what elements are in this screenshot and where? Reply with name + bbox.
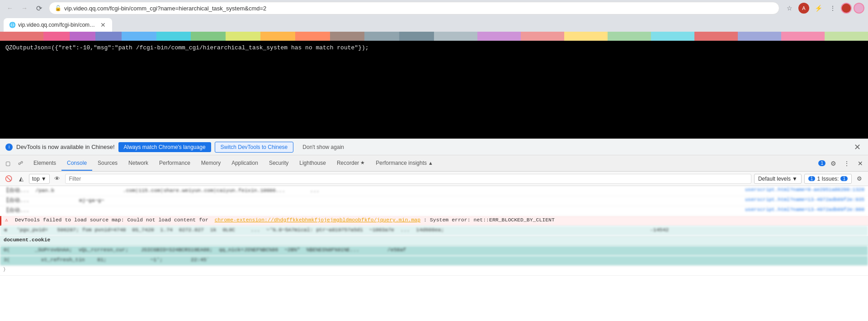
console-row-error: ⚠ DevTools failed to load source map: Co… bbox=[0, 216, 868, 226]
forward-button[interactable]: → bbox=[18, 2, 31, 14]
context-dropdown-arrow: ▼ bbox=[41, 176, 47, 182]
console-row-2: 【自动... mj~ga~g~ userscript.html?name=13-… bbox=[0, 196, 868, 206]
console-content: 【自动... /pan.b .com|115.com|share.weiyun.… bbox=[0, 186, 868, 321]
lock-icon: 🔓 bbox=[55, 5, 61, 11]
tab-lighthouse[interactable]: Lighthouse bbox=[294, 156, 331, 171]
lang-notification-bar: i DevTools is now available in Chinese! … bbox=[0, 139, 868, 155]
reload-button[interactable]: ⟳ bbox=[33, 2, 45, 14]
back-button[interactable]: ← bbox=[4, 2, 16, 14]
page-output-text: QZOutputJson=({"ret":-10,"msg":"path /fc… bbox=[5, 44, 369, 51]
cookie-icon: ◀ bbox=[4, 227, 10, 233]
row2-text: 【自动... mj~ga~g~ bbox=[4, 197, 741, 204]
performance-insights-icon: ▲ bbox=[428, 160, 433, 166]
tab-memory[interactable]: Memory bbox=[196, 156, 226, 171]
default-levels-label: Default levels bbox=[758, 176, 791, 182]
issues-button[interactable]: 1 1 Issues: 1 bbox=[804, 174, 852, 184]
error-icon: ⚠ bbox=[5, 217, 11, 223]
console-row-cookie: ◀ 'pgv_pvid= 506287; fom pvnid=4748 0S_7… bbox=[0, 226, 868, 236]
context-label: top bbox=[32, 176, 40, 182]
doc-cookie-text: document.cookie bbox=[4, 237, 864, 243]
issues-count-badge: 1 bbox=[808, 176, 816, 181]
tab-favicon: 🌐 bbox=[9, 22, 15, 28]
address-bar-container[interactable]: 🔓 bbox=[49, 2, 779, 14]
console-row-7: 0( _SUProvGnAA; vQL_rcrresn_cur; JSICGBI… bbox=[0, 246, 868, 256]
devtools-settings-button[interactable]: ⚙ bbox=[827, 158, 839, 169]
bookmark-bar bbox=[0, 32, 868, 41]
row7-text: 0( _SUProvGnAA; vQL_rcrresn_cur; JSICGBI… bbox=[4, 247, 864, 253]
tab-network[interactable]: Network bbox=[123, 156, 154, 171]
tab-bar: 🌐 vip.video.qq.com/fcgi-bin/comm_cgi?nam… bbox=[0, 16, 868, 32]
tab-performance-insights[interactable]: Performance insights ▲ bbox=[370, 156, 439, 171]
recorder-icon: ★ bbox=[360, 160, 365, 166]
page-content: QZOutputJson=({"ret":-10,"msg":"path /fc… bbox=[0, 41, 868, 139]
row3-source[interactable]: userscript.html?name=13-4972adb09f2e:800 bbox=[745, 207, 864, 212]
eye-toggle-button[interactable]: 👁 bbox=[52, 174, 62, 184]
devtools-panel-icons: ▢ ☍ bbox=[2, 158, 26, 169]
notifications-badge: 1 bbox=[818, 160, 826, 166]
address-bar[interactable] bbox=[64, 5, 774, 12]
error-link[interactable]: chrome-extension://dhdgffkkebhmkfjojejmg… bbox=[215, 217, 420, 223]
row8-text: 3( xt_refresh_tin 81; ~1'; 22:45` bbox=[4, 257, 864, 263]
tab-performance[interactable]: Performance bbox=[154, 156, 196, 171]
lang-bar-close-icon[interactable]: ✕ bbox=[852, 142, 863, 153]
devtools-panel: i DevTools is now available in Chinese! … bbox=[0, 139, 868, 321]
switch-devtools-button[interactable]: Switch DevTools to Chinese bbox=[215, 142, 294, 153]
tab-security[interactable]: Security bbox=[264, 156, 294, 171]
profile-avatar3 bbox=[854, 3, 864, 14]
always-match-button[interactable]: Always match Chrome's language bbox=[118, 142, 211, 152]
tab-application[interactable]: Application bbox=[226, 156, 264, 171]
tab-elements[interactable]: Elements bbox=[28, 156, 61, 171]
default-levels-arrow: ▼ bbox=[792, 176, 797, 182]
tab-close-icon[interactable]: ✕ bbox=[99, 21, 107, 29]
prompt-icon: 〉 bbox=[4, 267, 10, 272]
issues-label: 1 Issues: bbox=[817, 176, 839, 182]
profile-avatar2 bbox=[841, 3, 852, 14]
console-row-8: 3( xt_refresh_tin 81; ~1'; 22:45` bbox=[0, 256, 868, 266]
issues-count-display: 1 bbox=[840, 176, 848, 181]
default-levels-dropdown[interactable]: Default levels ▼ bbox=[754, 174, 802, 184]
info-icon: i bbox=[5, 144, 13, 151]
console-row-doc-cookie: document.cookie bbox=[0, 236, 868, 246]
devtools-right-actions: 1 ⚙ ⋮ ✕ bbox=[817, 158, 866, 169]
row3-text: 【自动... bbox=[4, 207, 741, 214]
devtools-responsive-icon[interactable]: ☍ bbox=[14, 158, 26, 169]
devtools-elements-panel-icon[interactable]: ▢ bbox=[2, 158, 14, 169]
row1-text: 【自动... /pan.b .com|115.com|share.weiyun.… bbox=[4, 187, 741, 194]
row1-source[interactable]: userscript.html?name=9-ae2951a88200:1320 bbox=[745, 187, 864, 192]
browser-chrome: ← → ⟳ 🔓 ☆ A ⚡ ⋮ bbox=[0, 0, 868, 16]
browser-tab-active[interactable]: 🌐 vip.video.qq.com/fcgi-bin/comm_cgi?nam… bbox=[4, 18, 112, 32]
nav-buttons: ← → ⟳ bbox=[4, 2, 45, 14]
devtools-more-button[interactable]: ⋮ bbox=[841, 158, 853, 169]
cookie-text: 'pgv_pvid= 506287; fom pvnid=4748 0S_742… bbox=[14, 227, 864, 233]
clear-console-button[interactable]: 🚫 bbox=[4, 174, 14, 184]
console-toolbar: 🚫 ◭ top ▼ 👁 Default levels ▼ 1 1 Issues:… bbox=[0, 172, 868, 186]
lang-notification-text: DevTools is now available in Chinese! bbox=[16, 144, 115, 150]
menu-button[interactable]: ⋮ bbox=[826, 2, 839, 14]
devtools-tab-bar: ▢ ☍ Elements Console Sources Network Per… bbox=[0, 155, 868, 172]
console-row-3: 【自动... userscript.html?name=13-4972adb09… bbox=[0, 206, 868, 216]
console-prompt-row[interactable]: 〉 bbox=[0, 266, 868, 276]
dont-show-button[interactable]: Don't show again bbox=[297, 142, 349, 152]
filter-toggle-button[interactable]: ◭ bbox=[16, 174, 26, 184]
extensions-button[interactable]: ⚡ bbox=[812, 2, 825, 14]
avatar: A bbox=[798, 3, 809, 14]
tab-console[interactable]: Console bbox=[61, 156, 92, 171]
browser-actions: ☆ A ⚡ ⋮ bbox=[783, 2, 864, 14]
console-row-1: 【自动... /pan.b .com|115.com|share.weiyun.… bbox=[0, 186, 868, 196]
tab-recorder[interactable]: Recorder ★ bbox=[331, 156, 370, 171]
bookmark-button[interactable]: ☆ bbox=[783, 2, 796, 14]
tab-title-label: vip.video.qq.com/fcgi-bin/comm_cgi?name=… bbox=[18, 22, 97, 28]
tab-sources[interactable]: Sources bbox=[92, 156, 123, 171]
account-button[interactable]: A bbox=[797, 2, 810, 14]
row2-source[interactable]: userscript.html?name=13-4972adb09f2e:935 bbox=[745, 197, 864, 202]
context-dropdown[interactable]: top ▼ bbox=[29, 174, 50, 184]
devtools-close-button[interactable]: ✕ bbox=[854, 158, 866, 169]
filter-input[interactable] bbox=[65, 174, 751, 184]
error-text: DevTools failed to load source map: Coul… bbox=[15, 217, 864, 223]
console-settings-button[interactable]: ⚙ bbox=[854, 174, 864, 184]
